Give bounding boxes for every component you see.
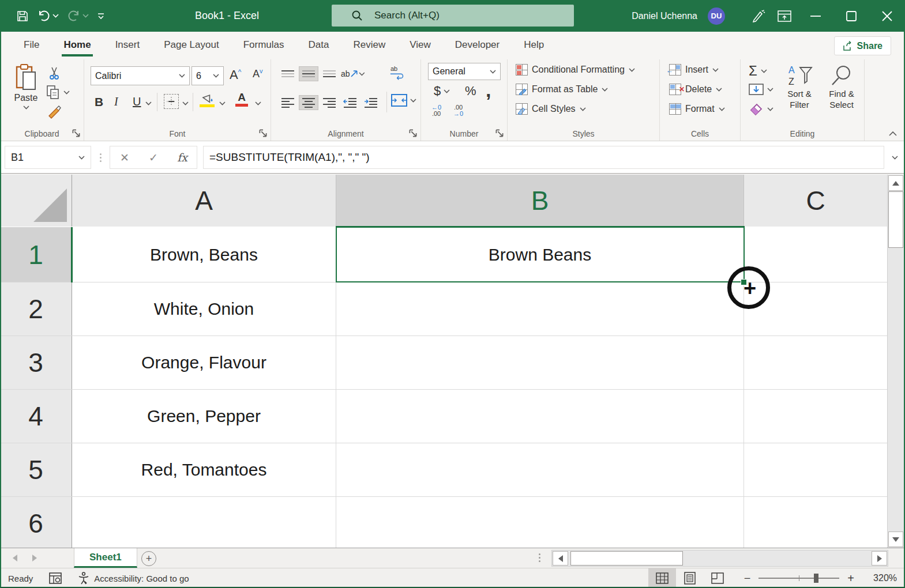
fill-color-dropdown[interactable] xyxy=(219,101,226,105)
merge-center-button[interactable] xyxy=(391,94,416,107)
zoom-slider[interactable] xyxy=(758,574,839,583)
column-header-b[interactable]: B xyxy=(336,175,744,227)
accounting-format-button[interactable]: $ xyxy=(434,84,450,99)
number-dialog-launcher[interactable] xyxy=(495,129,504,137)
cancel-button[interactable]: ✕ xyxy=(110,146,139,168)
increase-decimal-button[interactable]: ←0 .00 xyxy=(431,104,441,117)
cell-b1[interactable]: Brown Beans xyxy=(336,227,744,282)
row-header-5[interactable]: 5 xyxy=(0,443,72,496)
share-button[interactable]: Share xyxy=(834,36,891,55)
format-as-table-button[interactable]: Format as Table xyxy=(516,84,608,95)
tab-scrollbar-splitter[interactable] xyxy=(539,553,540,562)
cell-c4[interactable] xyxy=(744,390,887,443)
row-header-3[interactable]: 3 xyxy=(0,336,72,389)
wrap-text-button[interactable]: ab xyxy=(390,65,406,80)
tab-help[interactable]: Help xyxy=(512,32,556,59)
find-select-button[interactable]: Find & Select xyxy=(823,64,861,110)
insert-function-button[interactable]: fx xyxy=(168,146,197,168)
fill-button[interactable] xyxy=(749,84,773,95)
format-painter-button[interactable] xyxy=(47,104,62,119)
horizontal-scrollbar[interactable] xyxy=(551,550,888,567)
ribbon-display-options-button[interactable] xyxy=(771,0,798,32)
scroll-up-button[interactable] xyxy=(888,175,903,191)
align-right-button[interactable] xyxy=(320,95,339,110)
align-top-button[interactable] xyxy=(278,66,298,81)
decrease-indent-button[interactable] xyxy=(340,95,360,110)
cell-b4[interactable] xyxy=(336,390,744,443)
cell-b3[interactable] xyxy=(336,336,744,389)
macro-record-button[interactable] xyxy=(49,572,62,584)
next-sheet-button[interactable] xyxy=(32,555,37,561)
row-header-2[interactable]: 2 xyxy=(0,282,72,336)
previous-sheet-button[interactable] xyxy=(13,555,17,561)
comma-style-button[interactable]: , xyxy=(486,79,491,101)
zoom-level[interactable]: 320% xyxy=(863,573,897,583)
cell-b2[interactable] xyxy=(336,282,744,336)
underline-dropdown[interactable] xyxy=(145,101,152,105)
redo-button[interactable] xyxy=(67,10,89,22)
tab-home[interactable]: Home xyxy=(51,32,103,59)
sheet-tab-sheet1[interactable]: Sheet1 xyxy=(74,548,137,568)
copy-button[interactable] xyxy=(46,85,70,100)
align-bottom-button[interactable] xyxy=(320,66,339,81)
tab-view[interactable]: View xyxy=(397,32,443,59)
font-color-button[interactable]: A xyxy=(235,92,248,107)
align-center-button[interactable] xyxy=(299,95,318,110)
percent-style-button[interactable]: % xyxy=(465,84,476,99)
fill-color-button[interactable] xyxy=(200,93,215,107)
normal-view-button[interactable] xyxy=(648,568,676,588)
user-name[interactable]: Daniel Uchenna xyxy=(632,11,697,21)
cell-a2[interactable]: White, Onion xyxy=(72,282,336,336)
select-all-button[interactable] xyxy=(0,175,72,227)
vertical-scrollbar-thumb[interactable] xyxy=(888,191,903,248)
borders-dropdown[interactable] xyxy=(182,101,189,105)
italic-button[interactable]: I xyxy=(114,95,118,108)
format-cells-button[interactable]: Format xyxy=(669,103,725,115)
cell-a3[interactable]: Orange, Flavour xyxy=(72,336,336,389)
row-header-4[interactable]: 4 xyxy=(0,390,72,443)
tab-insert[interactable]: Insert xyxy=(103,32,152,59)
page-break-preview-button[interactable] xyxy=(704,568,731,588)
row-header-6[interactable]: 6 xyxy=(0,497,72,548)
delete-cells-button[interactable]: ✕ Delete xyxy=(669,84,722,95)
cell-c6[interactable] xyxy=(744,497,887,548)
tab-formulas[interactable]: Formulas xyxy=(231,32,296,59)
shrink-font-button[interactable]: Av xyxy=(253,67,263,80)
cut-button[interactable] xyxy=(47,66,61,80)
bold-button[interactable]: B xyxy=(95,95,103,109)
add-sheet-button[interactable]: + xyxy=(141,551,156,566)
borders-button[interactable] xyxy=(164,94,179,109)
font-color-dropdown[interactable] xyxy=(255,101,261,105)
cell-c5[interactable] xyxy=(744,443,887,496)
name-box[interactable]: B1 xyxy=(5,146,91,169)
tab-data[interactable]: Data xyxy=(296,32,341,59)
conditional-formatting-button[interactable]: Conditional Formatting xyxy=(516,64,635,76)
decrease-decimal-button[interactable]: .00 →0 xyxy=(453,104,463,117)
font-size-combo[interactable]: 6 xyxy=(191,66,224,85)
align-left-button[interactable] xyxy=(278,95,298,110)
minimize-button[interactable] xyxy=(798,0,833,32)
column-header-a[interactable]: A xyxy=(72,175,336,227)
zoom-in-button[interactable]: + xyxy=(847,574,854,583)
avatar[interactable]: DU xyxy=(708,7,725,25)
scroll-right-button[interactable] xyxy=(872,551,887,566)
cell-a4[interactable]: Green, Pepper xyxy=(72,390,336,443)
zoom-out-button[interactable]: − xyxy=(744,574,751,583)
cell-a5[interactable]: Red, Tomantoes xyxy=(72,443,336,496)
vertical-scrollbar[interactable] xyxy=(887,175,904,548)
collapse-ribbon-button[interactable] xyxy=(889,131,897,136)
save-button[interactable] xyxy=(16,10,29,22)
undo-button[interactable] xyxy=(37,10,59,22)
tab-review[interactable]: Review xyxy=(341,32,397,59)
cell-c1[interactable] xyxy=(744,227,887,282)
increase-indent-button[interactable] xyxy=(361,95,381,110)
search-box[interactable]: Search (Alt+Q) xyxy=(332,5,574,27)
align-middle-button[interactable] xyxy=(299,66,318,81)
horizontal-scrollbar-thumb[interactable] xyxy=(570,551,683,566)
column-header-c[interactable]: C xyxy=(744,175,887,227)
alignment-dialog-launcher[interactable] xyxy=(409,129,417,137)
coming-soon-button[interactable] xyxy=(745,0,771,32)
clear-button[interactable] xyxy=(749,102,773,116)
enter-button[interactable]: ✓ xyxy=(139,146,168,168)
cell-a1[interactable]: Brown, Beans xyxy=(72,227,336,282)
